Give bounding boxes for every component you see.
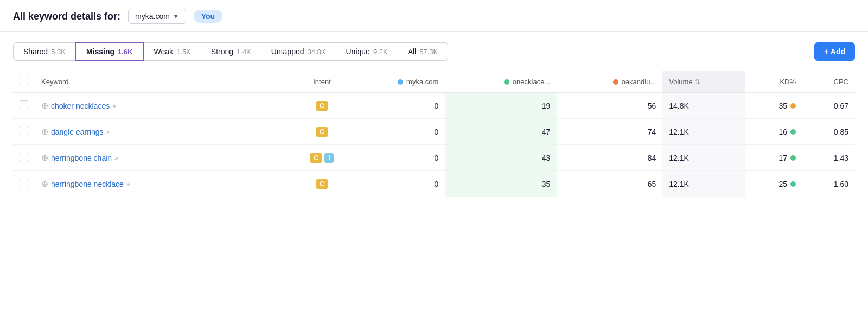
- kd-number: 16: [778, 128, 787, 136]
- chevron-down-icon: ▼: [173, 13, 179, 20]
- tab-label: All: [408, 47, 417, 56]
- sort-icon: ⇅: [695, 78, 700, 86]
- keyword-cell: ⊕ herringbone chain »: [35, 145, 300, 171]
- myka-value: 0: [343, 171, 445, 197]
- intent-badge-i: I: [324, 153, 334, 163]
- tab-strong[interactable]: Strong 1.4K: [201, 42, 261, 61]
- keyword-text: herringbone chain: [51, 154, 112, 162]
- th-checkbox[interactable]: [13, 71, 35, 93]
- keyword-cell: ⊕ choker necklaces »: [35, 93, 300, 119]
- tab-unique[interactable]: Unique 9.2K: [336, 42, 398, 61]
- plus-circle-icon: ⊕: [41, 179, 48, 189]
- kd-number: 17: [778, 154, 787, 162]
- row-checkbox[interactable]: [20, 153, 28, 161]
- tab-count: 57.3K: [419, 48, 438, 56]
- chevron-right-icon: »: [126, 180, 130, 188]
- myka-value: 0: [343, 145, 445, 171]
- plus-circle-icon: ⊕: [41, 153, 48, 163]
- chevron-right-icon: »: [114, 154, 118, 162]
- th-oakandlu: oakandlu...: [557, 71, 662, 93]
- row-checkbox-cell: [13, 93, 35, 119]
- intent-cell: C: [300, 93, 343, 119]
- myka-value: 0: [343, 93, 445, 119]
- onecklace-value: 35: [445, 171, 557, 197]
- onecklace-value: 43: [445, 145, 557, 171]
- tab-count: 9.2K: [373, 48, 388, 56]
- onecklace-dot: [504, 79, 509, 85]
- keyword-link[interactable]: ⊕ dangle earrings »: [41, 127, 293, 137]
- keyword-link[interactable]: ⊕ choker necklaces »: [41, 100, 293, 111]
- row-checkbox-cell: [13, 145, 35, 171]
- tab-label: Unique: [346, 47, 370, 56]
- oakandlu-value: 65: [557, 171, 662, 197]
- volume-value: 12.1K: [662, 119, 745, 145]
- th-myka: myka.com: [343, 71, 445, 93]
- keyword-link[interactable]: ⊕ herringbone chain »: [41, 153, 293, 163]
- tab-count: 34.8K: [308, 48, 326, 56]
- plus-circle-icon: ⊕: [41, 100, 48, 111]
- kd-value: 25: [745, 171, 802, 197]
- keyword-cell: ⊕ herringbone necklace »: [35, 171, 300, 197]
- tabs-list: Shared 5.3KMissing 1.6KWeak 1.5KStrong 1…: [13, 42, 448, 61]
- tab-count: 1.4K: [237, 48, 251, 56]
- table-row: ⊕ choker necklaces » C0195614.8K350.67: [13, 93, 855, 119]
- th-intent: Intent: [300, 71, 343, 93]
- tab-untapped[interactable]: Untapped 34.8K: [261, 42, 336, 61]
- cpc-value: 1.60: [802, 171, 855, 197]
- keyword-table-wrapper: Keyword Intent myka.com onecklace...: [13, 71, 855, 197]
- intent-badge-c: C: [316, 101, 328, 111]
- row-checkbox[interactable]: [20, 127, 28, 135]
- select-all-checkbox[interactable]: [20, 77, 28, 85]
- th-keyword: Keyword: [35, 71, 300, 93]
- onecklace-value: 19: [445, 93, 557, 119]
- table-row: ⊕ herringbone chain » CI0438412.1K171.43: [13, 145, 855, 171]
- intent-badge-c: C: [316, 179, 328, 189]
- tab-count: 1.5K: [176, 48, 191, 56]
- row-checkbox[interactable]: [20, 100, 28, 109]
- table-row: ⊕ dangle earrings » C0477412.1K160.85: [13, 119, 855, 145]
- kd-value: 17: [745, 145, 802, 171]
- table-row: ⊕ herringbone necklace » C0356512.1K251.…: [13, 171, 855, 197]
- tab-all[interactable]: All 57.3K: [398, 42, 449, 61]
- keyword-text: dangle earrings: [51, 128, 104, 136]
- kd-value: 35: [745, 93, 802, 119]
- volume-value: 12.1K: [662, 171, 745, 197]
- intent-badge-c: C: [310, 153, 322, 163]
- chevron-right-icon: »: [106, 128, 110, 136]
- tab-label: Untapped: [271, 47, 304, 56]
- th-onecklace: onecklace...: [445, 71, 557, 93]
- you-badge: You: [194, 10, 222, 23]
- keyword-text: herringbone necklace: [51, 180, 124, 188]
- oakandlu-value: 84: [557, 145, 662, 171]
- keyword-link[interactable]: ⊕ herringbone necklace »: [41, 179, 293, 189]
- intent-cell: CI: [300, 145, 343, 171]
- kd-number: 35: [778, 102, 787, 110]
- oakandlu-value: 74: [557, 119, 662, 145]
- tab-label: Shared: [23, 47, 48, 56]
- chevron-right-icon: »: [112, 102, 116, 110]
- add-button[interactable]: + Add: [814, 42, 855, 61]
- tabs-row: Shared 5.3KMissing 1.6KWeak 1.5KStrong 1…: [0, 32, 868, 61]
- myka-value: 0: [343, 119, 445, 145]
- keyword-table: Keyword Intent myka.com onecklace...: [13, 71, 855, 197]
- th-kd: KD%: [745, 71, 802, 93]
- page-header: All keyword details for: myka.com ▼ You: [0, 0, 868, 32]
- kd-dot: [790, 181, 796, 187]
- kd-dot: [790, 155, 796, 161]
- tab-shared[interactable]: Shared 5.3K: [13, 42, 75, 61]
- oakandlu-value: 56: [557, 93, 662, 119]
- domain-selector[interactable]: myka.com ▼: [128, 9, 186, 24]
- row-checkbox-cell: [13, 119, 35, 145]
- th-volume[interactable]: Volume ⇅: [662, 71, 745, 93]
- row-checkbox-cell: [13, 171, 35, 197]
- keyword-cell: ⊕ dangle earrings »: [35, 119, 300, 145]
- kd-dot: [790, 129, 796, 135]
- tab-label: Weak: [154, 47, 174, 56]
- page-title: All keyword details for:: [13, 11, 120, 22]
- keyword-text: choker necklaces: [51, 102, 110, 110]
- tab-missing[interactable]: Missing 1.6K: [75, 42, 144, 61]
- tab-weak[interactable]: Weak 1.5K: [144, 42, 201, 61]
- oakandlu-dot: [613, 79, 618, 85]
- kd-dot: [790, 103, 796, 109]
- row-checkbox[interactable]: [20, 179, 28, 187]
